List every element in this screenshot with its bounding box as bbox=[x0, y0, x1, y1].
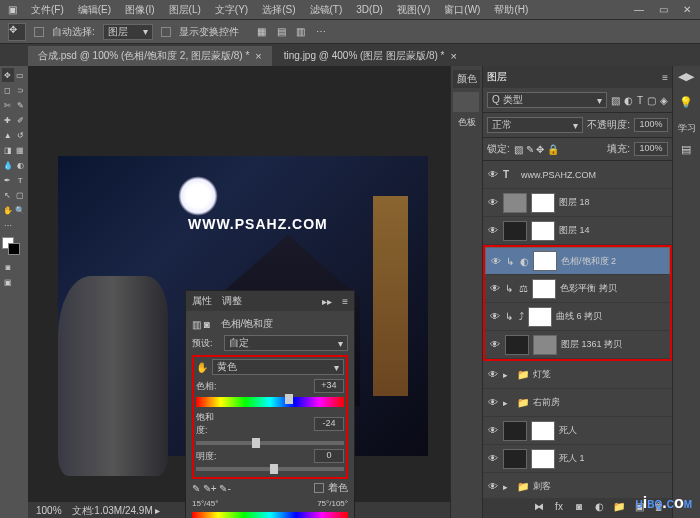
layer-row[interactable]: 👁↳⤴曲线 6 拷贝 bbox=[485, 303, 670, 331]
path-tool[interactable]: ↖ bbox=[2, 188, 14, 202]
tab-close-icon[interactable]: × bbox=[451, 50, 457, 62]
fx-icon[interactable]: fx bbox=[552, 501, 566, 515]
mask-icon[interactable]: ◙ bbox=[572, 501, 586, 515]
layer-row[interactable]: 👁死人 1 bbox=[483, 445, 672, 473]
visibility-icon[interactable]: 👁 bbox=[487, 481, 499, 493]
pen-tool[interactable]: ✒ bbox=[2, 173, 14, 187]
layer-row[interactable]: 👁▸📁右前房 bbox=[483, 389, 672, 417]
filter-adjust-icon[interactable]: ◐ bbox=[624, 95, 633, 106]
properties-tab[interactable]: 属性 bbox=[192, 294, 212, 308]
lasso-tool[interactable]: ⊃ bbox=[15, 83, 27, 97]
filter-smart-icon[interactable]: ◈ bbox=[660, 95, 668, 106]
hand-icon[interactable]: ✋ bbox=[196, 362, 208, 373]
artboard-tool[interactable]: ▭ bbox=[15, 68, 27, 82]
eyedropper-icons[interactable]: ✎ ✎+ ✎- bbox=[192, 483, 231, 494]
visibility-icon[interactable]: 👁 bbox=[487, 197, 499, 209]
show-transform-checkbox[interactable] bbox=[161, 27, 171, 37]
menu-filter[interactable]: 滤镜(T) bbox=[310, 3, 343, 17]
visibility-icon[interactable]: 👁 bbox=[487, 169, 499, 181]
libraries-icon[interactable]: ▤ bbox=[675, 143, 697, 161]
filter-text-icon[interactable]: T bbox=[637, 95, 643, 106]
edit-toolbar[interactable]: ⋯ bbox=[2, 218, 14, 232]
healing-tool[interactable]: ✚ bbox=[2, 113, 14, 127]
shape-tool[interactable]: ▢ bbox=[15, 188, 27, 202]
adjustments-tab[interactable]: 调整 bbox=[222, 294, 242, 308]
menu-3d[interactable]: 3D(D) bbox=[356, 4, 383, 15]
lightbulb-icon[interactable]: 💡 bbox=[675, 96, 697, 114]
panel-close-icon[interactable]: ▸▸ bbox=[322, 296, 332, 307]
auto-select-type[interactable]: 图层▾ bbox=[103, 24, 153, 40]
visibility-icon[interactable]: 👁 bbox=[489, 339, 501, 351]
auto-select-checkbox[interactable] bbox=[34, 27, 44, 37]
gradient-tool[interactable]: ▦ bbox=[15, 143, 27, 157]
menu-file[interactable]: 文件(F) bbox=[31, 3, 64, 17]
swatch-tab[interactable]: 色板 bbox=[453, 116, 480, 129]
visibility-icon[interactable]: 👁 bbox=[489, 283, 501, 295]
eraser-tool[interactable]: ◨ bbox=[2, 143, 14, 157]
menu-select[interactable]: 选择(S) bbox=[262, 3, 295, 17]
type-tool[interactable]: T bbox=[15, 173, 27, 187]
filter-image-icon[interactable]: ▧ bbox=[611, 95, 620, 106]
hue-slider[interactable] bbox=[196, 397, 344, 407]
eyedropper-tool[interactable]: ✎ bbox=[15, 98, 27, 112]
blend-mode[interactable]: 正常▾ bbox=[487, 117, 583, 133]
status-chevron-icon[interactable]: ▸ bbox=[155, 505, 160, 516]
screenmode-tool[interactable]: ▣ bbox=[2, 275, 14, 289]
panel-menu-icon[interactable]: ≡ bbox=[662, 72, 668, 83]
lock-icons[interactable]: ▧ ✎ ✥ 🔒 bbox=[514, 144, 559, 155]
layer-row[interactable]: 👁图层 1361 拷贝 bbox=[485, 331, 670, 359]
layer-row[interactable]: 👁死人 bbox=[483, 417, 672, 445]
tab-doc-2[interactable]: ting.jpg @ 400% (图层 图层蒙版/8) *× bbox=[274, 46, 467, 66]
visibility-icon[interactable]: 👁 bbox=[487, 453, 499, 465]
visibility-icon[interactable]: 👁 bbox=[487, 397, 499, 409]
menu-help[interactable]: 帮助(H) bbox=[494, 3, 528, 17]
layer-filter-type[interactable]: Q 类型▾ bbox=[487, 92, 607, 108]
sat-slider[interactable] bbox=[196, 441, 344, 445]
panel-menu-icon[interactable]: ≡ bbox=[342, 296, 348, 307]
history-brush-tool[interactable]: ↺ bbox=[15, 128, 27, 142]
menu-type[interactable]: 文字(Y) bbox=[215, 3, 248, 17]
align-icons[interactable]: ▦ ▤ ▥ ⋯ bbox=[257, 26, 330, 37]
blur-tool[interactable]: 💧 bbox=[2, 158, 14, 172]
visibility-icon[interactable]: 👁 bbox=[487, 369, 499, 381]
move-tool[interactable]: ✥ bbox=[2, 68, 14, 82]
menu-view[interactable]: 视图(V) bbox=[397, 3, 430, 17]
group-icon[interactable]: 📁 bbox=[612, 501, 626, 515]
colorize-checkbox[interactable] bbox=[314, 483, 324, 493]
layer-row[interactable]: 👁Twww.PSAHZ.COM bbox=[483, 161, 672, 189]
dodge-tool[interactable]: ◐ bbox=[15, 158, 27, 172]
quickmask-tool[interactable]: ◙ bbox=[2, 260, 14, 274]
visibility-icon[interactable]: 👁 bbox=[489, 311, 501, 323]
visibility-icon[interactable]: 👁 bbox=[490, 255, 502, 267]
crop-tool[interactable]: ✄ bbox=[2, 98, 14, 112]
learn-label[interactable]: 学习 bbox=[675, 122, 698, 135]
visibility-icon[interactable]: 👁 bbox=[487, 425, 499, 437]
close-button[interactable]: ✕ bbox=[680, 2, 694, 16]
color-tab[interactable]: 颜色 bbox=[457, 72, 477, 86]
menu-image[interactable]: 图像(I) bbox=[125, 3, 154, 17]
layer-row[interactable]: 👁▸📁灯笼 bbox=[483, 361, 672, 389]
menu-edit[interactable]: 编辑(E) bbox=[78, 3, 111, 17]
marquee-tool[interactable]: ◻ bbox=[2, 83, 14, 97]
lig-slider[interactable] bbox=[196, 467, 344, 471]
sat-value[interactable]: -24 bbox=[314, 417, 344, 431]
hue-value[interactable]: +34 bbox=[314, 379, 344, 393]
lig-value[interactable]: 0 bbox=[314, 449, 344, 463]
channel-select[interactable]: 黄色▾ bbox=[212, 359, 344, 375]
hue-strip-top[interactable] bbox=[192, 512, 348, 518]
current-tool-icon[interactable]: ✥ bbox=[8, 23, 26, 41]
zoom-tool[interactable]: 🔍 bbox=[15, 203, 27, 217]
layer-row[interactable]: 👁图层 18 bbox=[483, 189, 672, 217]
color-swatches[interactable] bbox=[2, 237, 24, 255]
opacity-value[interactable]: 100% bbox=[634, 118, 668, 132]
layer-row[interactable]: 👁↳◐色相/饱和度 2 bbox=[485, 247, 670, 275]
minimize-button[interactable]: — bbox=[632, 2, 646, 16]
menu-layer[interactable]: 图层(L) bbox=[169, 3, 201, 17]
layers-tab[interactable]: 图层 bbox=[487, 70, 507, 84]
filter-shape-icon[interactable]: ▢ bbox=[647, 95, 656, 106]
tab-close-icon[interactable]: × bbox=[255, 50, 261, 62]
brush-tool[interactable]: ✐ bbox=[15, 113, 27, 127]
zoom-level[interactable]: 100% bbox=[36, 505, 62, 516]
layer-row[interactable]: 👁↳⚖色彩平衡 拷贝 bbox=[485, 275, 670, 303]
fill-value[interactable]: 100% bbox=[634, 142, 668, 156]
